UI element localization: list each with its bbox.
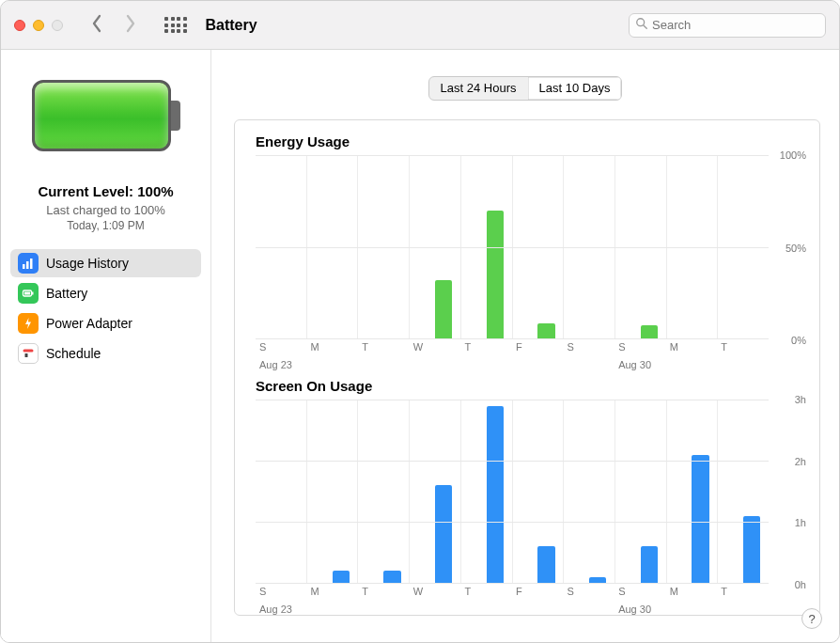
sidebar-item-label: Schedule [46, 346, 101, 361]
help-icon: ? [808, 612, 815, 626]
help-button[interactable]: ? [801, 608, 822, 629]
x-sub-label [666, 359, 718, 370]
show-all-prefs-button[interactable] [164, 17, 187, 33]
chart-bar [435, 485, 452, 583]
x-sub-label [666, 604, 718, 615]
svg-rect-3 [26, 261, 29, 269]
x-tick-label: F [512, 339, 564, 357]
sidebar-list: Usage History Battery Power Adapter [10, 249, 201, 368]
sidebar: Current Level: 100% Last charged to 100%… [1, 50, 211, 642]
chart-bar [333, 571, 350, 583]
chart-day-column [461, 400, 513, 583]
screen-plot: 3h2h1h0h SMTWTFSSMT Aug 23Aug 30 [256, 400, 806, 602]
y-tick-label: 0h [795, 579, 806, 590]
y-tick-label: 50% [786, 243, 806, 254]
chart-day-column [513, 400, 565, 583]
chart-bar [537, 546, 554, 583]
chart-day-column [718, 400, 769, 583]
screen-on-usage-chart: Screen On Usage 3h2h1h0h SMTWTFSSMT Aug … [256, 378, 806, 602]
segment-last-10-days[interactable]: Last 10 Days [528, 77, 622, 100]
x-tick-label: S [614, 339, 666, 357]
x-sub-label: Aug 23 [256, 359, 307, 370]
chart-day-column [307, 400, 359, 583]
chart-day-column [358, 400, 410, 583]
svg-rect-2 [23, 264, 25, 269]
x-tick-label: S [564, 584, 615, 602]
x-tick-label: T [717, 339, 769, 357]
maximize-window-button[interactable] [52, 20, 63, 31]
svg-rect-7 [24, 292, 30, 295]
current-level-label: Current Level: 100% [10, 183, 201, 199]
chart-bar [383, 571, 400, 583]
svg-rect-10 [25, 353, 28, 357]
sidebar-item-power-adapter[interactable]: Power Adapter [10, 309, 201, 337]
x-sub-label [307, 359, 359, 370]
sidebar-item-battery[interactable]: Battery [10, 279, 201, 307]
chart-bar [537, 323, 554, 338]
chart-day-column [667, 400, 719, 583]
x-tick-label: T [358, 584, 410, 602]
search-icon [635, 17, 652, 33]
battery-icon [18, 283, 39, 304]
sidebar-item-schedule[interactable]: Schedule [10, 339, 201, 368]
battery-hero-icon [10, 80, 201, 151]
battery-level-block: Current Level: 100% Last charged to 100%… [10, 183, 201, 232]
sidebar-item-label: Power Adapter [46, 316, 132, 331]
window-controls [14, 20, 63, 31]
svg-line-1 [644, 25, 646, 28]
y-tick-label: 0% [791, 335, 806, 346]
x-tick-label: T [358, 339, 410, 357]
x-tick-label: M [307, 584, 359, 602]
x-tick-label: F [512, 584, 564, 602]
last-charged-label: Last charged to 100% [10, 203, 201, 217]
x-sub-label [460, 604, 512, 615]
x-sub-label [307, 604, 359, 615]
minimize-window-button[interactable] [33, 20, 44, 31]
svg-rect-4 [30, 259, 33, 269]
sidebar-item-label: Battery [46, 286, 87, 301]
window: Battery Current Level: 100% Last charged [0, 0, 840, 643]
svg-rect-9 [23, 350, 34, 353]
sidebar-item-usage-history[interactable]: Usage History [10, 249, 201, 277]
x-sub-label: Aug 30 [614, 359, 666, 370]
chart-day-column [615, 400, 667, 583]
x-sub-label [358, 359, 410, 370]
x-tick-label: S [256, 584, 307, 602]
chart-bar [435, 280, 452, 338]
close-window-button[interactable] [14, 20, 25, 31]
x-tick-label: W [410, 339, 461, 357]
y-tick-label: 2h [795, 456, 806, 467]
x-sub-label [460, 359, 512, 370]
chart-bar [487, 211, 504, 339]
usage-history-icon [18, 253, 39, 274]
x-sub-label [358, 604, 410, 615]
search-input[interactable] [652, 18, 819, 32]
x-sub-label [717, 359, 769, 370]
x-tick-label: T [460, 339, 512, 357]
x-tick-label: W [410, 584, 461, 602]
segment-last-24-hours[interactable]: Last 24 Hours [429, 77, 528, 100]
x-sub-label [410, 604, 461, 615]
y-tick-label: 100% [780, 149, 806, 161]
titlebar: Battery [1, 1, 839, 50]
back-button[interactable] [89, 14, 104, 36]
x-tick-label: T [717, 584, 769, 602]
chart-bar [641, 546, 658, 583]
energy-plot: 100%50%0% SMTWTFSSMT Aug 23Aug 30 [256, 155, 806, 357]
energy-usage-chart: Energy Usage 100%50%0% SMTWTFSSMT Aug 23… [256, 133, 806, 357]
main-content: Last 24 Hours Last 10 Days Energy Usage … [211, 50, 839, 642]
nav-arrows [89, 14, 138, 36]
window-body: Current Level: 100% Last charged to 100%… [1, 50, 839, 642]
x-sub-label [564, 359, 615, 370]
forward-button[interactable] [123, 14, 138, 36]
charts-panel: Energy Usage 100%50%0% SMTWTFSSMT Aug 23… [234, 119, 820, 616]
chart-bar [692, 455, 708, 584]
x-tick-label: S [564, 339, 615, 357]
window-title: Battery [206, 17, 257, 34]
x-tick-label: M [666, 584, 718, 602]
search-field[interactable] [629, 13, 826, 38]
x-sub-label [512, 604, 564, 615]
chart-bar [487, 406, 504, 584]
x-sub-label [410, 359, 461, 370]
x-sub-label [717, 604, 769, 615]
